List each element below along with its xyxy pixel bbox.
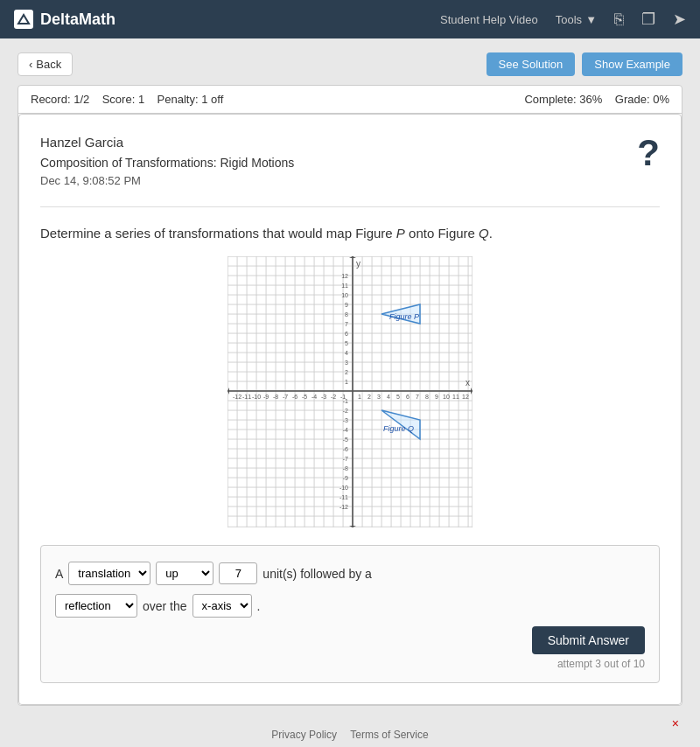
expand-button[interactable]: ❐: [641, 10, 655, 29]
units-input[interactable]: [219, 562, 257, 584]
svg-text:3: 3: [377, 394, 381, 400]
svg-text:4: 4: [387, 394, 390, 400]
footer-links: Privacy Policy Terms of Service ×: [18, 716, 682, 747]
outer-card: Record: 1/2 Score: 1 Penalty: 1 off Comp…: [18, 85, 682, 706]
svg-text:-12: -12: [340, 504, 348, 510]
svg-text:-7: -7: [283, 394, 288, 400]
svg-text:-7: -7: [343, 456, 348, 462]
main-area: ‹ Back See Solution Show Example Record:…: [0, 38, 700, 747]
terms-of-service-link[interactable]: Terms of Service: [350, 729, 428, 741]
transformation2-select[interactable]: reflection rotation translation: [55, 594, 137, 618]
direction-select[interactable]: up down left right: [156, 562, 214, 585]
svg-text:-12: -12: [233, 394, 242, 400]
card-info: Hanzel Garcia Composition of Transformat…: [40, 132, 294, 191]
svg-text:9: 9: [345, 302, 348, 308]
svg-marker-0: [18, 15, 29, 24]
svg-text:3: 3: [345, 360, 348, 366]
svg-text:12: 12: [341, 273, 348, 279]
action-bar: ‹ Back See Solution Show Example: [18, 52, 682, 76]
svg-text:11: 11: [341, 283, 348, 289]
svg-text:-2: -2: [343, 408, 348, 414]
svg-text:1: 1: [358, 394, 361, 400]
svg-text:-3: -3: [321, 394, 326, 400]
figure-q-label: Figure Q: [383, 424, 414, 433]
prefix-label: A: [55, 567, 63, 581]
svg-text:-5: -5: [302, 394, 307, 400]
svg-text:-1: -1: [343, 398, 348, 404]
top-nav: DeltaMath Student Help Video Tools ▼ ⎘ ❐…: [0, 0, 700, 38]
svg-text:1: 1: [345, 379, 348, 385]
see-solution-button[interactable]: See Solution: [486, 52, 576, 76]
svg-text:-4: -4: [343, 427, 348, 433]
action-bar-right: See Solution Show Example: [486, 52, 682, 76]
svg-text:5: 5: [345, 340, 348, 346]
graph-container: x y 1 2 3 4 5 6 7 8 9 10 11 12: [40, 256, 660, 527]
svg-text:-6: -6: [343, 446, 348, 452]
svg-text:-2: -2: [331, 394, 336, 400]
problem-subject: Composition of Transformations: Rigid Mo…: [40, 153, 294, 172]
svg-text:x: x: [466, 378, 470, 387]
attempt-text: attempt 3 out of 10: [557, 658, 645, 670]
svg-text:-5: -5: [343, 436, 348, 443]
svg-text:-4: -4: [312, 394, 317, 400]
calculator-button[interactable]: ⎘: [614, 10, 624, 29]
student-name: Hanzel Garcia: [40, 132, 294, 153]
svg-text:11: 11: [452, 394, 459, 400]
svg-text:12: 12: [462, 394, 469, 400]
submit-answer-button[interactable]: Submit Answer: [532, 626, 645, 654]
svg-text:8: 8: [425, 394, 429, 400]
card-header: Hanzel Garcia Composition of Transformat…: [40, 132, 660, 191]
svg-text:10: 10: [443, 394, 450, 400]
svg-text:6: 6: [345, 331, 348, 337]
svg-text:2: 2: [368, 394, 371, 400]
back-button[interactable]: ‹ Back: [18, 52, 73, 76]
units-suffix-label: unit(s) followed by a: [262, 567, 372, 581]
privacy-policy-link[interactable]: Privacy Policy: [271, 729, 337, 741]
over-label: over the: [143, 599, 187, 613]
completion-section: Complete: 36% Grade: 0%: [524, 93, 669, 106]
svg-text:y: y: [356, 259, 360, 269]
divider: [40, 206, 660, 207]
svg-text:7: 7: [345, 321, 348, 327]
svg-text:-10: -10: [252, 394, 261, 400]
close-icon[interactable]: ×: [672, 716, 679, 730]
svg-text:6: 6: [406, 394, 410, 400]
help-icon[interactable]: ?: [637, 132, 660, 174]
transformation-select[interactable]: translation reflection rotation dilation: [68, 562, 150, 585]
svg-rect-3: [228, 256, 472, 527]
svg-text:-8: -8: [273, 394, 278, 400]
svg-text:9: 9: [435, 394, 438, 400]
answer-row-1: A translation reflection rotation dilati…: [55, 562, 645, 585]
svg-text:10: 10: [341, 292, 348, 298]
problem-card: Hanzel Garcia Composition of Transformat…: [18, 114, 682, 705]
svg-text:-10: -10: [340, 485, 348, 491]
coordinate-graph: x y 1 2 3 4 5 6 7 8 9 10 11 12: [228, 256, 472, 527]
submit-row: Submit Answer attempt 3 out of 10: [55, 618, 645, 670]
svg-text:-11: -11: [340, 494, 348, 500]
logo-icon: [14, 10, 33, 29]
svg-text:-3: -3: [343, 417, 348, 423]
svg-text:-11: -11: [242, 394, 251, 400]
record-bar: Record: 1/2 Score: 1 Penalty: 1 off Comp…: [18, 86, 682, 114]
footer-area: Privacy Policy Terms of Service × Copyri…: [18, 716, 682, 747]
record-section: Record: 1/2 Score: 1 Penalty: 1 off: [31, 93, 223, 106]
help-video-link[interactable]: Student Help Video: [440, 13, 538, 26]
tools-dropdown[interactable]: Tools ▼: [556, 13, 597, 26]
svg-text:4: 4: [345, 350, 348, 356]
svg-text:7: 7: [416, 394, 419, 400]
svg-text:2: 2: [345, 369, 348, 375]
answer-area: A translation reflection rotation dilati…: [40, 545, 660, 683]
axis-select[interactable]: x-axis y-axis y=x y=-x: [192, 594, 252, 618]
svg-text:-6: -6: [292, 394, 298, 400]
answer-row-2: reflection rotation translation over the…: [55, 594, 645, 618]
nav-left: DeltaMath: [14, 10, 116, 29]
svg-text:-8: -8: [343, 465, 348, 471]
show-example-button[interactable]: Show Example: [582, 52, 682, 76]
svg-text:-9: -9: [343, 475, 348, 481]
problem-date: Dec 14, 9:08:52 PM: [40, 172, 294, 191]
figure-p-label: Figure P: [389, 312, 419, 321]
svg-text:8: 8: [345, 311, 348, 318]
nav-right: Student Help Video Tools ▼ ⎘ ❐ ➤: [440, 10, 686, 29]
logout-button[interactable]: ➤: [673, 10, 686, 29]
period-label: .: [257, 599, 261, 613]
